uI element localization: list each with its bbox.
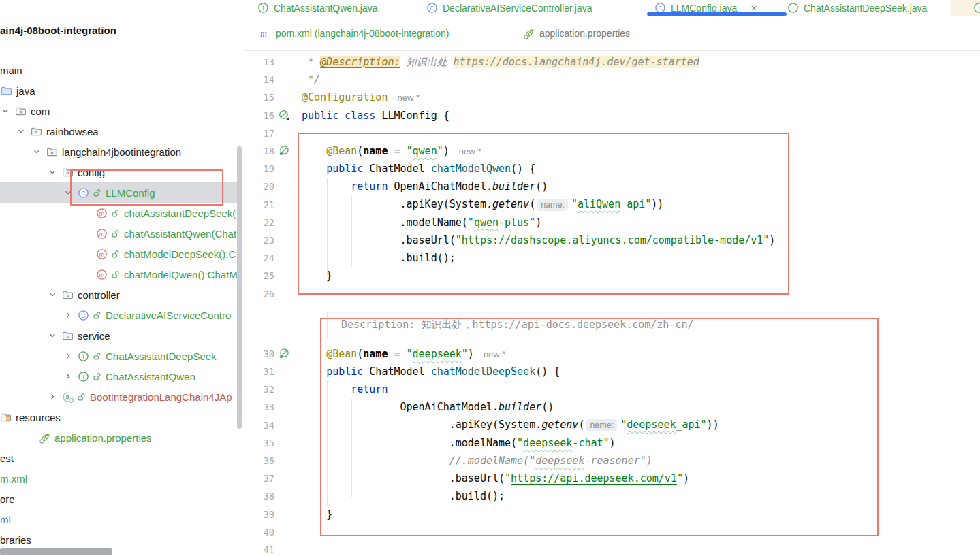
code-line-32[interactable]: 32 return [245, 380, 980, 398]
code-editor[interactable]: 13 * @Description: 知识出处 https://docs.lan… [245, 51, 980, 556]
tree-item-chatassistantqwen[interactable]: IChatAssistantQwen [0, 366, 237, 387]
chevron-right-icon[interactable] [47, 391, 58, 402]
tree-item-chatassistantdeepseek[interactable]: IChatAssistantDeepSeek [0, 346, 237, 366]
panel-editor-divider[interactable] [244, 0, 244, 556]
folder-java-icon [1, 85, 12, 97]
chevron-down-icon[interactable] [47, 330, 58, 341]
code-line-33[interactable]: 33 OpenAiChatModel.builder() [245, 398, 980, 416]
bean-icon[interactable] [274, 142, 302, 160]
package-icon [62, 289, 74, 301]
tree-item-chatassistantqwen-chat[interactable]: mchatAssistantQwen(Chat [0, 223, 237, 244]
chevron-right-icon[interactable] [63, 310, 74, 321]
code-token: aliQwen [578, 198, 620, 210]
tree-item-braries[interactable]: braries [0, 529, 237, 550]
tree-item-llmconfig[interactable]: CLLMConfig [0, 182, 237, 203]
folded-comment-line[interactable]: Description: 知识出处，https://api-docs.deeps… [245, 316, 980, 334]
code-line-38[interactable]: 38 .build(); [245, 487, 980, 505]
code-line-35[interactable]: 35 .modelName("deepseek-chat") [245, 434, 980, 452]
code-line-31[interactable]: 31 public ChatModel chatModelDeepSeek() … [245, 363, 980, 380]
code-text: OpenAiChatModel.builder() [302, 401, 554, 413]
bean-group-icon[interactable] [274, 107, 302, 125]
tree-item-est[interactable]: est [0, 448, 237, 468]
code-line-30[interactable]: 30 @Bean(name = "deepseek")new * [245, 345, 980, 363]
code-token: ( [529, 198, 535, 210]
code-line-14[interactable]: 14 */ [245, 71, 980, 88]
code-line-36[interactable]: 36 //.modelName("deepseek-reasoner") [245, 452, 980, 470]
unlock-icon [77, 393, 86, 402]
tree-item-application-properties[interactable]: application.properties [0, 427, 237, 448]
url-link[interactable]: https://dashscope.aliyuncs.com/compatibl… [462, 234, 763, 246]
chevron-right-icon[interactable] [63, 350, 74, 361]
code-line-23[interactable]: 23 .baseUrl("https://dashscope.aliyuncs.… [245, 231, 980, 249]
code-text: .build(); [302, 490, 505, 502]
chevron-right-icon[interactable] [63, 371, 74, 382]
tree-item-bootintegrationlangchain4jap[interactable]: BootIntegrationLangChain4JAp [0, 387, 237, 407]
tree-item-chatmodeldeepseek-c[interactable]: mchatModelDeepSeek():C [0, 244, 237, 264]
code-line-34[interactable]: 34 .apiKey(System.getenv(name:"deepseek_… [245, 416, 980, 434]
code-token: deepseek [523, 437, 572, 449]
chevron-down-icon[interactable] [47, 289, 58, 300]
code-text: .baseUrl("https://dashscope.aliyuncs.com… [302, 234, 775, 246]
code-line-39[interactable]: 39 } [245, 506, 980, 523]
tree-item-ore[interactable]: ore [0, 489, 237, 509]
code-line-22[interactable]: 22 .modelName("qwen-plus") [245, 214, 980, 231]
url-link[interactable]: https://api.deepseek.com/v1 [511, 472, 677, 485]
tab-pom-xml-langchain4j-08boot-integration[interactable]: mpom.xml (langchain4j-08boot-integration… [259, 16, 449, 50]
chevron-down-icon[interactable] [31, 146, 42, 157]
tree-item-config[interactable]: config [0, 162, 237, 182]
code-line-13[interactable]: 13 * @Description: 知识出处 https://docs.lan… [245, 53, 980, 71]
tree-item-declarativeaiservicecontro[interactable]: CDeclarativeAIServiceContro [0, 305, 237, 325]
code-token: .apiKey(System. [302, 419, 541, 431]
svg-text:I: I [262, 5, 264, 12]
chevron-down-icon[interactable] [63, 187, 74, 198]
tree-item-ain4j-08boot-integration[interactable]: ain4j-08boot-integration [0, 20, 237, 40]
active-tab-indicator [647, 12, 787, 16]
tree-item-main[interactable]: main [0, 60, 237, 80]
code-token: https://docs.langchain4j.dev/get-started [454, 56, 699, 68]
code-line-19[interactable]: 19 public ChatModel chatModelQwen() { [245, 160, 980, 178]
code-line-15[interactable]: 15@Configurationnew * [245, 88, 980, 106]
tree-item-rainbowsea[interactable]: rainbowsea [0, 121, 237, 142]
code-line-37[interactable]: 37 .baseUrl("https://api.deepseek.com/v1… [245, 470, 980, 487]
code-token: )) [707, 419, 719, 431]
class-icon: C [78, 187, 89, 199]
tree-item-service[interactable]: service [0, 325, 237, 346]
tree-horizontal-scrollbar[interactable] [0, 548, 112, 555]
code-line-20[interactable]: 20 return OpenAiChatModel.builder() [245, 178, 980, 195]
tab-chatassistantdeepseek-java[interactable]: IChatAssistantDeepSeek.java [787, 0, 927, 16]
code-line-17[interactable]: 17 [245, 125, 980, 142]
tree-item-m-xml[interactable]: m.xml [0, 468, 237, 489]
code-line-26[interactable]: 26 [245, 284, 980, 302]
chevron-down-icon[interactable] [0, 105, 11, 116]
tree-item-ml[interactable]: ml [0, 509, 237, 529]
tree-item-resources[interactable]: resources [0, 407, 237, 427]
bean-icon[interactable] [274, 345, 302, 363]
partial-tab[interactable]: I [951, 0, 980, 16]
code-line-40[interactable]: 40 [245, 523, 980, 541]
code-line-41[interactable]: 41 [245, 541, 980, 556]
tree-item-com[interactable]: com [0, 101, 237, 121]
code-line-21[interactable]: 21 .apiKey(System.getenv(name:"aliQwen_a… [245, 196, 980, 214]
chevron-down-icon[interactable] [16, 126, 27, 137]
tree-item-chatassistantdeepseek[interactable]: mchatAssistantDeepSeek( [0, 203, 237, 223]
line-number: 40 [245, 527, 274, 538]
code-token: .baseUrl( [302, 472, 505, 485]
tree-item-langchain4jbootintegration[interactable]: langchain4jbootintegration [0, 142, 237, 162]
gutter [274, 196, 302, 214]
tree-item-chatmodelqwen-chatm[interactable]: mchatModelQwen():ChatM [0, 264, 237, 284]
gutter [274, 506, 302, 523]
code-line-24[interactable]: 24 .build(); [245, 249, 980, 267]
code-token: " [763, 234, 769, 246]
chevron-down-icon[interactable] [47, 167, 58, 178]
tree-item-java[interactable]: java [0, 80, 237, 101]
code-line-16[interactable]: 16public class LLMConfig { [245, 107, 980, 125]
tab-declarativeaiservicecontroller-java[interactable]: CDeclarativeAIServiceController.java [426, 0, 592, 16]
tab-application-properties[interactable]: application.properties [523, 16, 630, 50]
code-line-18[interactable]: 18 @Bean(name = "qwen")new * [245, 142, 980, 160]
tree-item-label: m.xml [0, 473, 27, 485]
gutter [274, 316, 302, 334]
tree-item-controller[interactable]: controller [0, 284, 237, 305]
tab-chatassistantqwen-java[interactable]: IChatAssistantQwen.java [257, 0, 378, 16]
code-line-25[interactable]: 25 } [245, 267, 980, 284]
tree-vertical-scrollbar[interactable] [237, 146, 242, 429]
